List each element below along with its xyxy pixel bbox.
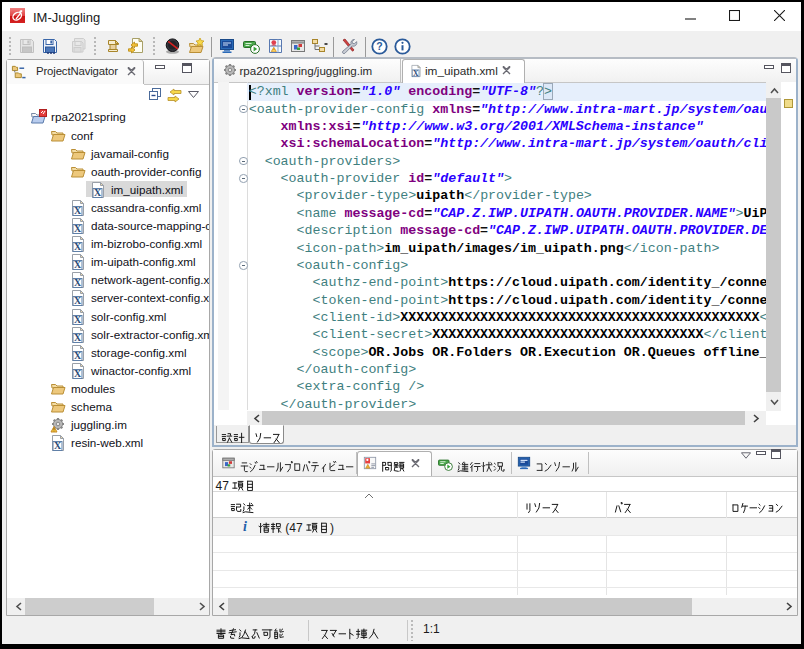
svg-text:X: X [74,241,82,252]
svg-text:X: X [74,350,82,361]
svg-text:X: X [74,205,82,216]
svg-text:X: X [74,277,82,288]
svg-text:X: X [74,223,82,234]
svg-text:X: X [413,68,419,77]
svg-text:X: X [54,440,62,451]
svg-text:X: X [74,296,82,307]
svg-text:X: X [74,259,82,270]
svg-text:X: X [94,187,102,198]
svg-text:X: X [74,332,82,343]
svg-text:X: X [74,314,82,325]
svg-text:?: ? [376,40,382,52]
svg-text:X: X [74,368,82,379]
